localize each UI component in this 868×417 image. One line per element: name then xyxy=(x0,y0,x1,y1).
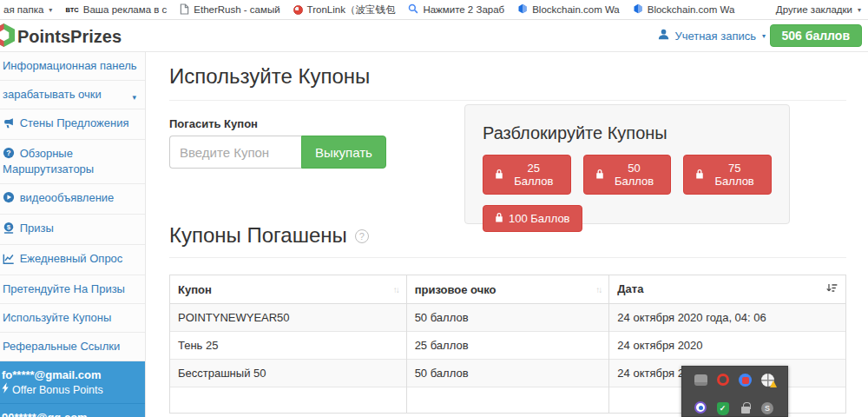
sidebar-group-earn-points[interactable]: ▾ зарабатывать очки xyxy=(0,81,145,109)
sidebar-item-claim-prizes[interactable]: Претендуйте На Призы xyxy=(0,275,145,304)
blockchain-cube-icon xyxy=(633,3,643,16)
tronlink-icon xyxy=(293,5,303,15)
notification-message: Offer Bonus Points xyxy=(12,383,103,397)
lightning-icon xyxy=(2,382,10,397)
tray-shield-warning-icon[interactable] xyxy=(761,373,775,387)
brand-name: PointsPrizes xyxy=(17,27,122,47)
sort-descending-icon xyxy=(826,283,838,296)
chevron-down-icon: ▾ xyxy=(858,6,861,14)
bookmark-item[interactable]: BTC Ваша реклама в с xyxy=(65,4,167,15)
sidebar-item-label: видеообъявление xyxy=(20,191,115,204)
tray-media-player-icon[interactable] xyxy=(694,401,708,415)
unlock-coupons-panel: Разблокируйте Купоны 25 Баллов 50 Баллов… xyxy=(464,104,790,224)
sidebar-item-dashboard[interactable]: Информационная панель xyxy=(0,52,145,81)
sidebar: Информационная панель ▾ зарабатывать очк… xyxy=(0,52,146,417)
search-icon xyxy=(408,3,418,16)
cell-coupon: Бесстрашный 50 xyxy=(170,360,407,387)
site-header: PointsPrizes Учетная запись ▾ 506 баллов xyxy=(0,20,868,52)
tray-window-icon[interactable] xyxy=(694,373,708,387)
cell-points xyxy=(406,387,609,414)
cell-points: 50 баллов xyxy=(406,304,609,332)
column-header-coupon[interactable]: ↑↓ Купон xyxy=(170,275,407,304)
money-icon: $ xyxy=(3,222,16,237)
chart-line-icon xyxy=(3,253,16,268)
other-bookmarks-button[interactable]: Другие закладки ▾ xyxy=(776,4,861,15)
sidebar-item-label: Стены Предложения xyxy=(20,116,129,129)
table-row: Тень 25 25 баллов 24 октября 2020 xyxy=(170,332,846,360)
main-content: Используйте Купоны Погасить Купон Выкупа… xyxy=(147,52,868,417)
tray-antivirus-icon[interactable]: ✓ xyxy=(717,401,731,415)
column-label: Купон xyxy=(178,283,212,296)
bookmark-item[interactable]: Blockchain.com Wa xyxy=(633,3,735,16)
column-label: призовое очко xyxy=(415,283,496,296)
cell-coupon xyxy=(170,387,407,414)
bookmark-label: ая папка xyxy=(3,4,43,15)
other-bookmarks-label: Другие закладки xyxy=(776,4,852,15)
blockchain-cube-icon xyxy=(517,3,528,16)
redeem-button[interactable]: Выкупать xyxy=(301,136,386,169)
unlock-25-points-button[interactable]: 25 Баллов xyxy=(483,155,571,195)
unlock-panel-title: Разблокируйте Купоны xyxy=(483,123,772,143)
lock-icon xyxy=(495,169,503,182)
bookmark-item[interactable]: Нажмите 2 Зараб xyxy=(408,3,504,16)
sidebar-item-label: Информационная панель xyxy=(3,59,137,72)
unlock-75-points-button[interactable]: 75 Баллов xyxy=(683,155,772,195)
unlock-button-label: 75 Баллов xyxy=(709,162,760,188)
system-tray-popup: ✓ S xyxy=(681,366,788,417)
svg-text:$: $ xyxy=(7,223,11,231)
play-circle-icon xyxy=(3,191,16,207)
coupon-input[interactable] xyxy=(169,136,301,169)
account-menu[interactable]: Учетная запись ▾ xyxy=(658,29,766,43)
lock-icon xyxy=(495,212,503,225)
bookmarks-bar: ая папка ▾ BTC Ваша реклама в с EtherRus… xyxy=(0,0,868,20)
column-header-points[interactable]: ↑↓ призовое очко xyxy=(406,275,609,304)
bookmark-item[interactable]: Blockchain.com Wa xyxy=(517,3,620,16)
sidebar-item-survey-routers[interactable]: ? Обзорные Маршрутизаторы xyxy=(0,140,145,184)
help-icon[interactable]: ? xyxy=(355,229,369,243)
tray-s-badge-icon[interactable]: S xyxy=(761,401,775,415)
bookmark-label: Blockchain.com Wa xyxy=(648,4,735,15)
question-circle-icon: ? xyxy=(3,147,16,162)
page-icon xyxy=(180,3,189,17)
sidebar-item-label: Используйте Купоны xyxy=(3,311,111,324)
unlock-50-points-button[interactable]: 50 Баллов xyxy=(583,155,672,195)
unlock-100-points-button[interactable]: 100 Баллов xyxy=(483,205,582,232)
tray-lock-icon[interactable] xyxy=(739,401,753,415)
bookmark-label: TronLink（波宝钱包 xyxy=(307,3,396,17)
column-label: Дата xyxy=(617,282,643,295)
sidebar-item-use-coupons[interactable]: Используйте Купоны xyxy=(0,304,145,333)
sidebar-item-label: Призы xyxy=(20,222,54,235)
bookmark-label: Нажмите 2 Зараб xyxy=(423,4,504,15)
sidebar-item-prizes[interactable]: $ Призы xyxy=(0,215,145,245)
tray-opera-icon[interactable] xyxy=(717,373,731,387)
notification-email: fo*****@gmail.com xyxy=(2,367,140,382)
points-badge[interactable]: 506 баллов xyxy=(770,24,862,47)
lock-icon xyxy=(595,169,604,182)
svg-text:?: ? xyxy=(6,149,10,157)
megaphone-icon xyxy=(3,117,16,132)
brand-logo[interactable]: PointsPrizes xyxy=(0,23,122,51)
sidebar-item-referral-links[interactable]: Реферальные Ссылки xyxy=(0,333,145,361)
bookmark-item[interactable]: TronLink（波宝钱包 xyxy=(293,3,396,17)
lock-icon xyxy=(695,169,704,182)
chevron-down-icon: ▾ xyxy=(762,32,766,40)
bookmark-item[interactable]: EtherRush - самый xyxy=(180,3,279,17)
bookmark-label: EtherRush - самый xyxy=(194,4,279,15)
brand-hexagon-icon xyxy=(0,23,16,51)
cell-coupon: POINTYNEWYEAR50 xyxy=(170,304,407,332)
table-header-row: ↑↓ Купон ↑↓ призовое очко Дата xyxy=(170,275,846,304)
notification-email: 90*****@qq.com xyxy=(2,410,140,417)
notification-bonus-1[interactable]: fo*****@gmail.com Offer Bonus Points xyxy=(0,361,145,404)
sidebar-item-daily-poll[interactable]: Ежедневный Опрос xyxy=(0,245,145,275)
bookmark-folder[interactable]: ая папка ▾ xyxy=(3,4,52,15)
cell-date: 24 октября 2020 xyxy=(609,332,846,360)
notification-bonus-2[interactable]: 90*****@qq.com Offer Bonus Points xyxy=(0,404,145,417)
column-header-date[interactable]: Дата xyxy=(609,275,846,304)
chevron-down-icon: ▾ xyxy=(132,90,136,104)
sidebar-item-offer-walls[interactable]: Стены Предложения xyxy=(0,109,145,140)
sidebar-item-label: Претендуйте На Призы xyxy=(3,282,125,295)
sidebar-item-video-ads[interactable]: видеообъявление xyxy=(0,184,145,215)
sidebar-item-label: Ежедневный Опрос xyxy=(20,252,123,265)
tray-browser-icon[interactable] xyxy=(739,373,753,387)
unlock-button-label: 100 Баллов xyxy=(509,212,570,225)
